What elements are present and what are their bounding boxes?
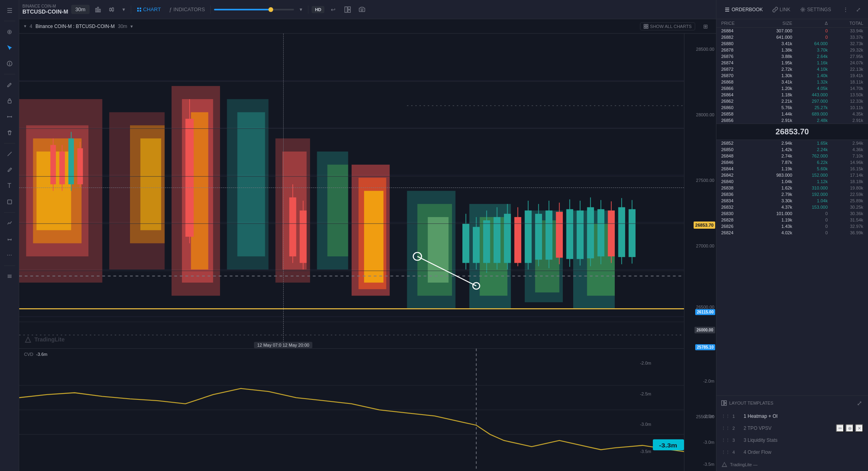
ob-row-26832[interactable]: 26832 4.37k 153.000 30.25k [716,204,868,210]
ob-row-26850[interactable]: 26850 1.42k 2.24k 4.36k [716,146,868,153]
layout-delete-3[interactable]: ✕ [855,436,863,444]
ob-row-26874[interactable]: 26874 1.95k 1.16k 24.07k [716,60,868,66]
ob-row-26846[interactable]: 26846 7.87k 6.22k 14.96k [716,159,868,166]
brush-tool[interactable] [2,163,17,177]
ob-row-26842[interactable]: 26842 983.000 152.000 17.14k [716,172,868,178]
layout-edit-4[interactable]: ✏ [836,448,844,456]
crosshair-tool[interactable]: ⊕ [2,24,17,39]
layout-edit-3[interactable]: ✏ [836,436,844,444]
ob-row-26876[interactable]: 26876 3.88k 2.64k 27.95k [716,53,868,60]
panel-more-btn[interactable]: ⋮ [841,4,850,15]
symbol-name[interactable]: BTCUSD-COIN-M [22,8,68,15]
layout-button[interactable] [342,4,353,15]
chart-pair: Binance COIN-M : BTCUSD-COIN-M [36,24,115,29]
chart-area: TradingLite 12 May 07:0 12 May 20:00 CVD… [19,34,684,471]
chart-type-bar-btn[interactable] [93,5,103,14]
ob-row-26870[interactable]: 26870 1.30k 1.40k 19.41k [716,72,868,79]
ob-row-26824[interactable]: 26824 4.02k 0 36.99k [716,230,868,236]
volume-slider-thumb[interactable] [268,7,273,12]
ob-row-26826[interactable]: 26826 1.43k 0 32.97k [716,223,868,230]
ob-row-26838[interactable]: 26838 1.62k 310.000 19.80k [716,185,868,191]
settings-tab-label: SETTINGS [807,7,831,12]
panel-expand-btn[interactable]: ⤢ [854,4,863,15]
layout-delete-1[interactable]: ✕ [855,412,863,420]
ob-row-26882[interactable]: 26882 641.000 0 33.37k [716,34,868,40]
layout-item-1[interactable]: ⋮⋮ 1 1 Heatmap + OI ✏ ⊕ ✕ [721,410,863,422]
magnet-tool[interactable] [2,232,17,246]
pencil-tool[interactable] [2,78,17,92]
layout-copy-2[interactable]: ⊕ [846,424,854,432]
undo-button[interactable]: ↩ [328,4,339,15]
hamburger-icon[interactable]: ☰ [2,3,17,18]
ob-row-26860[interactable]: 26860 5.76k 25.27k 10.11k [716,104,868,111]
svg-rect-24 [345,7,347,12]
cvd-panel: CVD -3.6m -3.3m -2.0m [19,349,684,471]
svg-rect-30 [644,27,646,28]
chart-type-candle-btn[interactable] [106,5,117,14]
volume-slider[interactable] [214,9,294,10]
ob-row-26856[interactable]: 26856 2.91k 2.48k 2.91k [716,117,868,124]
layout-edit-2[interactable]: ✏ [836,424,844,432]
layout-copy-1[interactable]: ⊕ [846,412,854,420]
link-tab[interactable]: LINK [769,5,794,14]
ob-row-26852[interactable]: 26852 2.94k 1.65k 2.94k [716,140,868,146]
ob-row-26872[interactable]: 26872 2.72k 4.10k 22.13k [716,66,868,72]
layout-copy-4[interactable]: ⊕ [846,448,854,456]
shape-tool[interactable] [2,195,17,209]
volume-dropdown-btn[interactable]: ▾ [297,5,305,14]
main-chart[interactable]: TradingLite 12 May 07:0 12 May 20:00 [19,34,684,349]
camera-button[interactable] [356,4,368,15]
ob-row-26866[interactable]: 26866 1.20k 4.05k 14.70k [716,85,868,92]
ob-row-26840[interactable]: 26840 1.04k 1.12k 18.18k [716,178,868,185]
text-tool[interactable]: T [2,179,17,193]
trash-tool[interactable] [2,126,17,140]
indicator-tool[interactable] [2,216,17,230]
expand-chart-btn[interactable]: ⊞ [700,21,711,32]
lock-tool[interactable] [2,94,17,108]
ob-row-26858[interactable]: 26858 1.44k 689.000 4.35k [716,111,868,117]
hd-button[interactable]: HD [312,6,324,13]
layout-expand-btn[interactable]: ⤢ [855,399,863,407]
divider-2 [4,74,15,74]
indicators-btn[interactable]: ƒ INDICATORS [166,5,207,14]
chart-label-btn[interactable]: CHART [134,5,164,14]
layout-item-2[interactable]: ⋮⋮ 2 2 TPO VPSV ✏ ⊕ ✕ [721,422,863,434]
cvd-chart: -3.3m [19,349,684,471]
layout-edit-1[interactable]: ✏ [836,412,844,420]
chart-type-dropdown-btn[interactable]: ▾ [120,5,128,14]
ob-row-26878[interactable]: 26878 1.38k 3.70k 29.32k [716,47,868,53]
layout-item-4[interactable]: ⋮⋮ 4 4 Order Flow ✏ ⊕ ✕ [721,446,863,458]
alert-tool[interactable] [2,56,17,71]
chart-container: TradingLite 12 May 07:0 12 May 20:00 CVD… [19,34,716,471]
layout-copy-3[interactable]: ⊕ [846,436,854,444]
timeframe-button[interactable]: 30m [71,5,89,14]
show-all-charts-btn[interactable]: SHOW ALL CHARTS [640,22,695,30]
cursor-tool[interactable] [2,40,17,55]
ob-row-26862[interactable]: 26862 2.21k 297.000 12.33k [716,98,868,104]
settings-tab[interactable]: SETTINGS [797,5,834,14]
ob-row-26880[interactable]: 26880 3.41k 64.000 32.73k [716,40,868,47]
chart-tf-dropdown[interactable]: ▾ [130,24,133,29]
ob-row-26884[interactable]: 26884 307.000 0 33.94k [716,28,868,34]
cvd-y-35: -3.5m [703,462,714,467]
ob-row-26828[interactable]: 26828 1.19k 0 31.54k [716,217,868,223]
ob-row-26844[interactable]: 26844 1.19k 5.60k 16.15k [716,166,868,172]
layout-delete-4[interactable]: ✕ [855,448,863,456]
ob-row-26848[interactable]: 26848 2.74k 762.000 7.10k [716,153,868,159]
left-toolbar: ☰ ⊕ T ··· [0,0,19,471]
orderbook-rows[interactable]: 26884 307.000 0 33.94k 26882 641.000 0 3… [716,28,868,395]
layout-delete-2[interactable]: ✕ [855,424,863,432]
ob-row-26834[interactable]: 26834 3.30k 1.04k 25.89k [716,198,868,204]
list-tool[interactable] [2,269,17,283]
ob-row-26836[interactable]: 26836 2.79k 192.000 22.59k [716,191,868,198]
svg-line-4 [8,152,12,156]
measure-tool[interactable] [2,110,17,124]
more-tools[interactable]: ··· [2,248,17,262]
orderbook-tab[interactable]: ORDERBOOK [721,5,766,14]
collapse-icon[interactable]: ▾ [24,24,26,29]
layout-item-3[interactable]: ⋮⋮ 3 3 Liquidity Stats ✏ ⊕ ✕ [721,434,863,446]
ob-row-26830[interactable]: 26830 101.000 0 30.36k [716,210,868,217]
ob-row-26868[interactable]: 26868 3.41k 1.32k 18.11k [716,79,868,85]
ob-row-26864[interactable]: 26864 1.18k 443.000 13.50k [716,92,868,98]
line-tool[interactable] [2,147,17,161]
